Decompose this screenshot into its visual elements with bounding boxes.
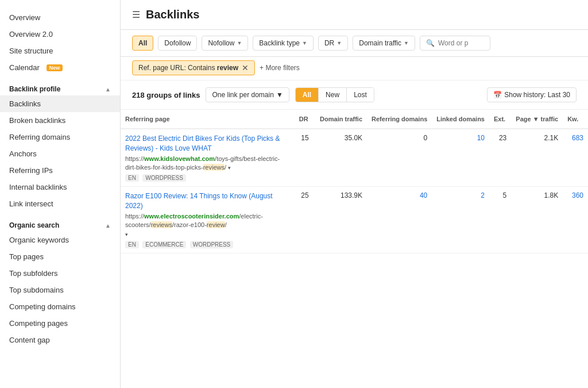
cell-dr-2: 25 xyxy=(295,187,315,253)
tags-row-1: EN WORDPRESS xyxy=(125,172,290,182)
cell-dr-1: 15 xyxy=(295,129,315,187)
sidebar-item-competing-domains[interactable]: Competing domains xyxy=(0,298,120,315)
url-expand-icon-1[interactable]: ▾ xyxy=(228,165,231,171)
cell-ext-1: 23 xyxy=(489,129,511,187)
cell-page-traffic-2: 1.8K xyxy=(511,187,563,253)
backlink-type-arrow-icon: ▼ xyxy=(302,40,307,46)
sidebar-item-link-intersect[interactable]: Link intersect xyxy=(0,195,120,212)
domain-link-2[interactable]: www.electroscooterinsider.com xyxy=(144,213,239,220)
backlinks-table: Referring page DR Domain traffic Referri… xyxy=(121,110,588,253)
nofollow-filter-btn[interactable]: Nofollow ▼ xyxy=(202,36,248,51)
sidebar-item-referring-domains[interactable]: Referring domains xyxy=(0,129,120,145)
sidebar-item-site-structure[interactable]: Site structure xyxy=(0,43,120,59)
all-new-lost-tabs: All New Lost xyxy=(295,87,374,102)
main-header: ☰ Backlinks xyxy=(121,0,588,30)
sidebar-item-internal-backlinks[interactable]: Internal backlinks xyxy=(0,179,120,195)
cell-linked-domains-1: 10 xyxy=(432,129,489,187)
th-referring-domains[interactable]: Referring domains xyxy=(367,110,432,129)
search-input[interactable] xyxy=(438,39,484,47)
tab-all[interactable]: All xyxy=(296,88,319,102)
domain-link-1[interactable]: www.kidslovewhat.com xyxy=(144,155,215,162)
active-filters-row: Ref. page URL: Contains review ✕ + More … xyxy=(121,57,588,80)
page-url-2: https://www.electroscooterinsider.com/el… xyxy=(125,212,290,239)
th-page-traffic[interactable]: Page ▼ traffic xyxy=(511,110,563,129)
domain-traffic-filter-btn[interactable]: Domain traffic ▼ xyxy=(353,36,415,51)
referring-domains-link-2[interactable]: 40 xyxy=(420,191,427,199)
table-row: Razor E100 Review: 14 Things to Know (Au… xyxy=(121,187,588,253)
organic-search-section: Organic search ▲ xyxy=(0,216,120,232)
tag-en-1: EN xyxy=(125,174,139,182)
cell-referring-domains-2: 40 xyxy=(367,187,432,253)
th-referring-page: Referring page xyxy=(121,110,295,129)
dr-filter-btn[interactable]: DR ▼ xyxy=(318,36,348,51)
sidebar-item-content-gap[interactable]: Content gap xyxy=(0,332,120,348)
sidebar-item-overview2[interactable]: Overview 2.0 xyxy=(0,26,120,43)
cell-ext-2: 5 xyxy=(489,187,511,253)
cell-linked-domains-2: 2 xyxy=(432,187,489,253)
more-filters-btn[interactable]: + More filters xyxy=(260,64,300,72)
tag-wordpress-1: WORDPRESS xyxy=(142,174,186,182)
sidebar-item-organic-keywords[interactable]: Organic keywords xyxy=(0,232,120,248)
tags-row-2: EN ECOMMERCE WORDPRESS xyxy=(125,239,290,248)
kw-link-1[interactable]: 683 xyxy=(572,134,583,142)
filters-bar: All Dofollow Nofollow ▼ Backlink type ▼ … xyxy=(121,30,588,57)
linked-domains-link-1[interactable]: 10 xyxy=(477,134,485,142)
sidebar-item-broken-backlinks[interactable]: Broken backlinks xyxy=(0,112,120,129)
tab-lost[interactable]: Lost xyxy=(347,88,374,102)
sidebar-item-referring-ips[interactable]: Referring IPs xyxy=(0,162,120,179)
domain-traffic-arrow-icon: ▼ xyxy=(404,40,409,46)
th-kw[interactable]: Kw. xyxy=(563,110,588,129)
sidebar-item-top-subdomains[interactable]: Top subdomains xyxy=(0,282,120,298)
search-icon: 🔍 xyxy=(426,39,435,47)
page-title: Backlinks xyxy=(146,8,199,21)
sidebar: Overview Overview 2.0 Site structure Cal… xyxy=(0,0,121,388)
show-history-btn[interactable]: 📅 Show history: Last 30 xyxy=(487,87,577,102)
sidebar-item-top-pages[interactable]: Top pages xyxy=(0,248,120,265)
th-dr[interactable]: DR xyxy=(295,110,315,129)
sidebar-item-top-subfolders[interactable]: Top subfolders xyxy=(0,265,120,282)
hamburger-icon[interactable]: ☰ xyxy=(132,9,140,20)
backlink-chevron-icon: ▲ xyxy=(105,86,111,93)
cell-kw-1: 683 xyxy=(563,129,588,187)
kw-link-2[interactable]: 360 xyxy=(572,191,583,199)
backlink-profile-section: Backlink profile ▲ xyxy=(0,79,120,95)
page-title-link-2[interactable]: Razor E100 Review: 14 Things to Know (Au… xyxy=(125,191,290,211)
backlink-type-filter-btn[interactable]: Backlink type ▼ xyxy=(253,36,314,51)
th-linked-domains[interactable]: Linked domains xyxy=(432,110,489,129)
cell-page-traffic-1: 2.1K xyxy=(511,129,563,187)
nofollow-arrow-icon: ▼ xyxy=(237,40,242,46)
th-ext[interactable]: Ext. xyxy=(489,110,511,129)
table-header-row: Referring page DR Domain traffic Referri… xyxy=(121,110,588,129)
new-badge: New xyxy=(47,64,63,71)
search-box[interactable]: 🔍 xyxy=(420,36,490,51)
sidebar-item-backlinks[interactable]: Backlinks xyxy=(0,95,120,112)
tab-new[interactable]: New xyxy=(319,88,347,102)
link-per-domain-dropdown[interactable]: One link per domain ▼ xyxy=(206,87,289,102)
dofollow-filter-btn[interactable]: Dofollow xyxy=(158,36,197,51)
url-expand-icon-2[interactable]: ▾ xyxy=(125,232,128,237)
cell-domain-traffic-1: 35.0K xyxy=(315,129,367,187)
sub-toolbar: 218 groups of links One link per domain … xyxy=(121,80,588,110)
dropdown-arrow-icon: ▼ xyxy=(276,91,283,99)
groups-count: 218 groups of links xyxy=(132,91,200,99)
sidebar-item-calendar[interactable]: Calendar New xyxy=(0,59,120,76)
page-url-1: https://www.kidslovewhat.com/toys-gifts/… xyxy=(125,155,290,172)
th-domain-traffic[interactable]: Domain traffic xyxy=(315,110,367,129)
remove-filter-btn[interactable]: ✕ xyxy=(242,64,249,72)
table-area: Referring page DR Domain traffic Referri… xyxy=(121,110,588,388)
dr-arrow-icon: ▼ xyxy=(336,40,342,46)
all-filter-btn[interactable]: All xyxy=(132,36,153,51)
sidebar-item-overview[interactable]: Overview xyxy=(0,9,120,26)
tag-ecommerce-2: ECOMMERCE xyxy=(142,241,186,248)
page-title-link-1[interactable]: 2022 Best Electric Dirt Bikes For Kids (… xyxy=(125,134,290,153)
sidebar-item-anchors[interactable]: Anchors xyxy=(0,145,120,162)
sidebar-item-competing-pages[interactable]: Competing pages xyxy=(0,315,120,332)
linked-domains-link-2[interactable]: 2 xyxy=(481,191,485,199)
cell-referring-page-2: Razor E100 Review: 14 Things to Know (Au… xyxy=(121,187,295,253)
organic-chevron-icon: ▲ xyxy=(105,222,111,229)
cell-kw-2: 360 xyxy=(563,187,588,253)
main-content: ☰ Backlinks All Dofollow Nofollow ▼ Back… xyxy=(121,0,588,388)
tag-en-2: EN xyxy=(125,241,139,248)
cell-domain-traffic-2: 133.9K xyxy=(315,187,367,253)
calendar-icon: 📅 xyxy=(493,91,502,99)
